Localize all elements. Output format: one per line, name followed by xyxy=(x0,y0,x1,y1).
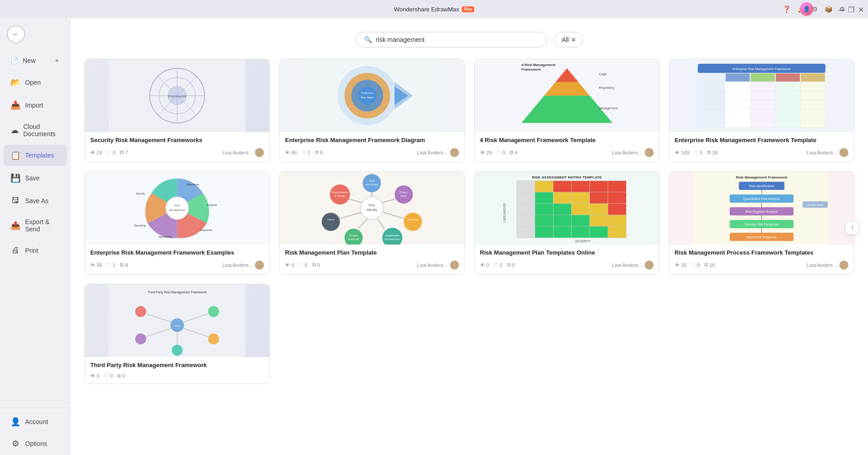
template-info-3: 4 Risk Management Framework Template 👁 2… xyxy=(475,132,659,162)
template-card-6[interactable]: Risk Identify Risk workshops Project tea… xyxy=(279,171,465,275)
svg-text:Enterprise Risk Management Fra: Enterprise Risk Management Framework xyxy=(733,67,791,71)
svg-text:Hub: Hub xyxy=(175,324,180,327)
app-name-text: Wondershare EdrawMax xyxy=(394,6,459,13)
svg-rect-126 xyxy=(589,226,608,238)
template-info-7: Risk Management Plan Templates Online 👁 … xyxy=(475,245,659,274)
svg-text:Planning: Planning xyxy=(408,218,418,221)
window-controls: — ❐ ✕ xyxy=(838,6,863,12)
svg-rect-111 xyxy=(589,192,608,204)
pro-badge: Pro xyxy=(462,6,474,12)
svg-text:RISK ASSESSMENT MATRIX TEMPLAT: RISK ASSESSMENT MATRIX TEMPLATE xyxy=(532,175,602,179)
template-card-9[interactable]: Third Party Risk Management Framework Hu… xyxy=(84,284,270,384)
sidebar-item-print[interactable]: 🖨 Print xyxy=(4,240,67,261)
save-icon: 💾 xyxy=(10,173,21,183)
sidebar-item-saveas[interactable]: 🖫 Save As xyxy=(4,190,67,211)
search-input[interactable] xyxy=(376,36,538,43)
sidebar-item-import[interactable]: 📥 Import xyxy=(4,95,67,116)
svg-text:Identify: Identify xyxy=(367,208,377,212)
title-bar: Wondershare EdrawMax Pro ❓ 🔔 ⚙ 📦 ⚙ — ❐ ✕ xyxy=(0,0,868,18)
copies-stat-1: ⧉ 7 xyxy=(120,149,128,155)
sidebar-item-options[interactable]: ⚙ Options xyxy=(4,433,67,454)
likes-stat-5: ♡ 1 xyxy=(107,262,115,268)
template-card-4[interactable]: Enterprise Risk Management Framework xyxy=(669,59,854,162)
scroll-top-button[interactable]: ↑ xyxy=(845,221,859,235)
svg-rect-114 xyxy=(553,204,571,215)
account-icon: 👤 xyxy=(10,417,21,427)
svg-point-150 xyxy=(135,306,146,317)
author-avatar-7 xyxy=(645,261,654,270)
svg-rect-48 xyxy=(725,73,749,82)
svg-rect-121 xyxy=(589,215,608,226)
template-preview-1: Framework xyxy=(85,59,269,132)
svg-text:Requirements: Requirements xyxy=(331,191,348,194)
svg-rect-108 xyxy=(535,192,553,204)
sidebar-back: ← xyxy=(0,20,71,48)
template-card-7[interactable]: RISK ASSESSMENT MATRIX TEMPLATE LIKELIHO… xyxy=(474,171,660,275)
template-preview-4: Enterprise Risk Management Framework xyxy=(669,59,854,132)
svg-text:Reporting: Reporting xyxy=(134,224,146,227)
help-icon[interactable]: ❓ xyxy=(783,5,790,13)
top-icon-group: ❓ 🔔 ⚙ 📦 ⚙ xyxy=(783,5,845,13)
svg-text:Framework: Framework xyxy=(168,94,187,98)
template-card-8[interactable]: Risk Management Framework Risk Identific… xyxy=(669,171,854,275)
svg-rect-101 xyxy=(517,215,535,226)
export-icon: 📤 xyxy=(10,220,21,230)
svg-rect-109 xyxy=(553,192,571,204)
save-label: Save xyxy=(25,174,40,182)
svg-rect-104 xyxy=(553,181,571,192)
template-card-3[interactable]: Legal Regulatory Management 4 Risk Manag… xyxy=(474,59,660,162)
svg-rect-117 xyxy=(608,204,626,215)
svg-text:Users: Users xyxy=(327,218,335,221)
svg-rect-123 xyxy=(535,226,553,238)
template-author-1: Lisa Anders... xyxy=(222,148,264,157)
svg-rect-112 xyxy=(608,192,626,204)
svg-text:Risk Negation Analysis: Risk Negation Analysis xyxy=(745,210,778,214)
author-avatar-4 xyxy=(839,148,848,157)
author-avatar-2 xyxy=(450,148,459,157)
template-info-5: Enterprise Risk Management Framework Exa… xyxy=(85,245,269,274)
template-author-5: Lisa Anders... xyxy=(222,261,264,270)
svg-rect-99 xyxy=(517,192,535,204)
cloud-label: Cloud Documents xyxy=(23,123,60,138)
filter-button[interactable]: All ≡ xyxy=(554,32,583,47)
template-card-1[interactable]: Framework Security Risk Management Frame… xyxy=(84,59,270,162)
svg-point-154 xyxy=(172,345,183,356)
template-author-2: Lisa Anders... xyxy=(417,148,459,157)
svg-text:Quantitative Risk Analysis: Quantitative Risk Analysis xyxy=(743,197,780,201)
sidebar-item-save[interactable]: 💾 Save xyxy=(4,168,67,189)
print-icon: 🖨 xyxy=(10,245,21,255)
author-avatar-1 xyxy=(255,148,264,157)
copies-stat-7: ⧉ 0 xyxy=(507,262,515,268)
template-card-2[interactable]: Enterprise Risk Mgmt Enterprise Risk Man… xyxy=(279,59,465,162)
sidebar-item-templates[interactable]: 📋 Templates xyxy=(4,145,67,166)
sidebar-item-cloud[interactable]: ☁ Cloud Documents xyxy=(4,118,67,143)
template-author-4: Lisa Anders... xyxy=(806,148,848,157)
new-icon: 📄 xyxy=(10,57,18,64)
maximize-button[interactable]: ❐ xyxy=(848,6,853,12)
svg-text:SEVERITY: SEVERITY xyxy=(575,240,591,243)
likes-stat-2: ♡ 1 xyxy=(302,149,310,155)
close-button[interactable]: ✕ xyxy=(858,6,863,12)
filter-icon: ≡ xyxy=(572,36,575,43)
template-title-2: Enterprise Risk Management Framework Dia… xyxy=(285,137,459,144)
search-box[interactable]: 🔍 xyxy=(356,32,547,47)
sidebar: ← 📄 New ＋ 📂 Open 📥 Import ☁ Cloud Docume… xyxy=(0,0,71,455)
template-card-5[interactable]: Risk Management Objectives Analysis Resp… xyxy=(84,171,270,275)
back-button[interactable]: ← xyxy=(7,25,25,43)
sidebar-item-open[interactable]: 📂 Open xyxy=(4,72,67,93)
svg-rect-102 xyxy=(517,226,535,238)
package-icon[interactable]: 📦 xyxy=(825,5,832,13)
user-avatar[interactable]: 👤 xyxy=(800,2,813,16)
copies-stat-3: ⧉ 4 xyxy=(510,149,517,155)
minimize-button[interactable]: — xyxy=(838,6,843,12)
sidebar-item-new[interactable]: 📄 New ＋ xyxy=(4,51,67,70)
svg-text:Monitoring: Monitoring xyxy=(159,235,172,238)
sidebar-item-export[interactable]: 📤 Export & Send xyxy=(4,213,67,238)
svg-rect-122 xyxy=(608,215,626,226)
filter-label: All xyxy=(562,36,569,43)
template-info-8: Risk Management Process Framework Templa… xyxy=(669,245,854,274)
open-icon: 📂 xyxy=(10,77,21,87)
svg-point-75 xyxy=(404,213,422,231)
sidebar-item-account[interactable]: 👤 Account xyxy=(4,411,67,432)
template-meta-9: 👁 0 ♡ 0 ⧉ 0 xyxy=(90,373,264,379)
